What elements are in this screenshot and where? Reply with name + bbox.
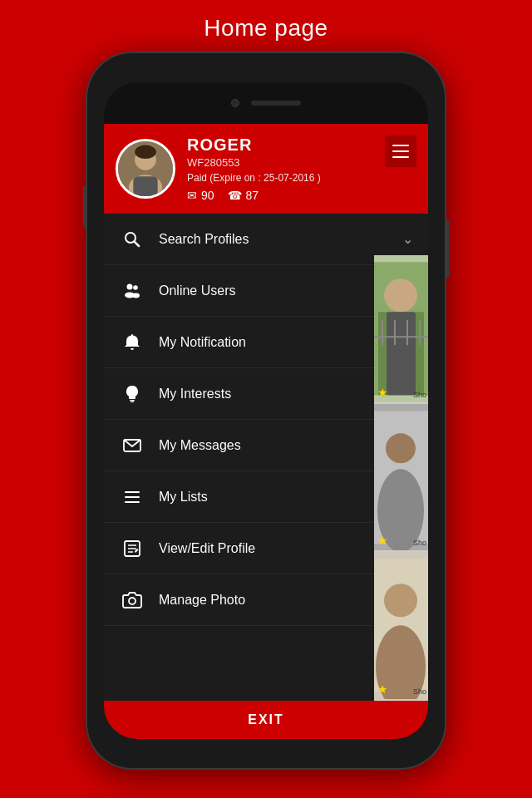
right-panel-card-1: ★ Sho	[374, 255, 428, 404]
svg-point-2	[135, 145, 156, 160]
camera-dot	[231, 99, 239, 107]
right-panel-card-3: ★ Sho	[374, 552, 428, 701]
profile-id: WF280553	[187, 156, 416, 169]
profile-name: ROGER	[187, 135, 416, 155]
main-area: Search Profiles ⌄	[104, 214, 428, 701]
page-title: Home page	[204, 0, 328, 53]
card-image-3	[374, 552, 428, 699]
svg-line-6	[135, 241, 139, 245]
app-content: ROGER WF280553 Paid (Expire on : 25-07-2…	[104, 124, 428, 739]
right-panel-card-2: ★ Sho	[374, 404, 428, 553]
svg-rect-4	[133, 176, 157, 196]
show-label-1: Sho	[413, 391, 426, 399]
users-icon	[119, 281, 145, 301]
messages-count: 90	[201, 189, 214, 202]
svg-rect-14	[125, 491, 140, 493]
profile-info: ROGER WF280553 Paid (Expire on : 25-07-2…	[187, 135, 416, 202]
svg-point-10	[132, 293, 140, 298]
list-icon	[119, 487, 145, 507]
calls-count: 87	[246, 189, 259, 202]
svg-point-35	[384, 584, 417, 618]
phone-screen: ROGER WF280553 Paid (Expire on : 25-07-2…	[104, 82, 428, 739]
hamburger-menu-button[interactable]	[385, 135, 416, 167]
exit-button[interactable]: EXIT	[104, 701, 428, 739]
svg-rect-16	[125, 501, 140, 503]
search-profiles-label: Search Profiles	[159, 232, 402, 247]
star-badge-2: ★	[377, 534, 388, 547]
avatar-image	[118, 141, 173, 196]
camera-icon	[119, 590, 145, 610]
envelope-icon	[119, 436, 145, 456]
star-badge-1: ★	[377, 386, 388, 399]
profile-stats: ✉ 90 ☎ 87	[187, 189, 416, 202]
phone-icon: ☎	[228, 189, 242, 202]
messages-stat: ✉ 90	[187, 189, 214, 202]
show-label-2: Sho	[413, 539, 426, 547]
calls-stat: ☎ 87	[228, 189, 259, 202]
my-lists-label: My Lists	[159, 490, 402, 505]
svg-point-24	[384, 278, 417, 312]
view-edit-profile-label: View/Edit Profile	[159, 541, 402, 556]
svg-rect-15	[125, 496, 140, 498]
svg-point-8	[133, 285, 138, 290]
profile-header: ROGER WF280553 Paid (Expire on : 25-07-2…	[104, 124, 428, 214]
bell-icon	[119, 332, 145, 352]
edit-profile-icon	[119, 539, 145, 559]
profile-status: Paid (Expire on : 25-07-2016 )	[187, 172, 416, 184]
avatar	[116, 139, 175, 199]
svg-rect-12	[131, 401, 134, 402]
card-image-2	[374, 404, 428, 551]
mail-icon: ✉	[187, 189, 197, 202]
svg-point-32	[386, 433, 416, 463]
hamburger-line-2	[392, 150, 409, 152]
search-icon	[119, 229, 145, 249]
star-badge-3: ★	[377, 682, 388, 696]
phone-top-bar	[104, 82, 428, 124]
search-profiles-chevron: ⌄	[402, 231, 413, 247]
show-label-3: Sho	[413, 687, 426, 696]
svg-point-21	[129, 598, 135, 604]
hamburger-line-1	[392, 145, 409, 146]
phone-wrapper: ROGER WF280553 Paid (Expire on : 25-07-2…	[87, 53, 445, 768]
bulb-icon	[119, 384, 145, 404]
svg-rect-11	[130, 400, 135, 401]
svg-point-7	[127, 283, 133, 289]
card-image-1	[374, 255, 428, 402]
right-panel: ★ Sho ★ Sho	[374, 255, 428, 701]
hamburger-line-3	[392, 156, 409, 158]
speaker-slot	[251, 101, 301, 106]
svg-rect-25	[387, 312, 416, 395]
